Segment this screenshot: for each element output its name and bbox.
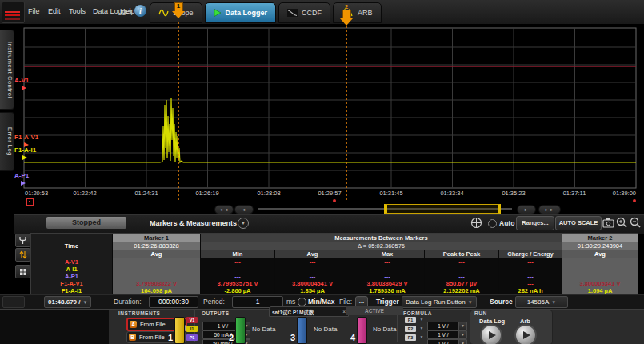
- markers-tool-button[interactable]: [15, 248, 30, 262]
- active-tab[interactable]: ACTIVE: [346, 306, 403, 315]
- auto-scale-button[interactable]: AUTO SCALE: [555, 216, 602, 230]
- output3-no-data: No Data: [314, 326, 337, 333]
- x-tick: 01:24:31: [134, 190, 158, 197]
- scroll-rewind-button[interactable]: ◄◄: [214, 205, 234, 214]
- output4-color-bar[interactable]: [357, 317, 367, 344]
- ranges-button[interactable]: Ranges...: [516, 216, 554, 230]
- scroll-handle[interactable]: [384, 204, 501, 214]
- marker2-time: 01:30:29.243904: [562, 242, 638, 250]
- row-label[interactable]: A-P1: [31, 273, 112, 280]
- sidebar-tab-error-log[interactable]: Error Log: [0, 112, 14, 171]
- tuning-fork-icon: [19, 236, 26, 245]
- x-tick: 01:31:45: [379, 190, 402, 197]
- output4-number: 4: [350, 333, 355, 342]
- marker2-flag[interactable]: 2: [339, 10, 354, 30]
- x-tick: 01:35:23: [502, 190, 525, 197]
- x-tick: 01:22:42: [73, 190, 96, 197]
- measurements-table: Marker 1 Measurements Between Markers Ma…: [30, 233, 638, 295]
- chevron-down-icon[interactable]: ▼: [419, 334, 423, 339]
- cell: [113, 258, 200, 266]
- grid-tool-button[interactable]: [15, 265, 30, 278]
- cell: [113, 266, 200, 273]
- panel-collapse-icon[interactable]: ▾: [238, 218, 249, 229]
- row-label[interactable]: F1-A-V1: [31, 280, 112, 287]
- snapshot-camera-icon[interactable]: [602, 218, 615, 228]
- cell: [562, 266, 638, 273]
- output3-number: 3: [290, 333, 295, 342]
- f1-chip[interactable]: F1: [405, 317, 416, 323]
- f2-chip[interactable]: F2: [405, 326, 416, 332]
- scroll-back-button[interactable]: ◄: [234, 205, 254, 214]
- elapsed-time-dropdown[interactable]: 01:48.679 /▼: [44, 296, 91, 308]
- scroll-fast-fwd-button[interactable]: ►►: [538, 205, 561, 214]
- tab-data-logger[interactable]: Data Logger: [205, 2, 277, 23]
- cell: 282 nA h: [499, 287, 562, 294]
- cell: 3.799535751 V: [201, 280, 274, 287]
- chevron-down-icon[interactable]: ▼: [419, 326, 423, 330]
- datalog-file-tab[interactable]: sat1试C P1M试数 ×: [269, 306, 349, 317]
- ccdf-curve-icon: [287, 9, 298, 17]
- zoom-in-icon[interactable]: [616, 217, 628, 229]
- chevron-down-icon: ▼: [82, 300, 87, 305]
- axis-marker-square-icon: [26, 198, 34, 206]
- duration-field[interactable]: 000:00:30: [149, 296, 198, 308]
- zoom-out-icon[interactable]: [630, 217, 642, 229]
- cell: ---: [275, 273, 350, 280]
- trace-label-a-p1[interactable]: A-P1: [14, 172, 29, 179]
- run-header: RUN: [474, 310, 487, 316]
- probe-tool-button[interactable]: [15, 234, 30, 247]
- cell: 164.098 µA: [113, 287, 200, 294]
- col-header-avg: Avg: [275, 250, 350, 258]
- x-tick: 01:39:00: [613, 190, 636, 197]
- datalog-play-button[interactable]: [480, 324, 502, 344]
- minmax-checkbox[interactable]: [298, 298, 306, 306]
- row-label[interactable]: A-V1: [31, 258, 112, 266]
- output2-number: 2: [229, 333, 234, 342]
- logo-wave-icon: [5, 5, 20, 13]
- output2-color-bar[interactable]: [235, 317, 246, 344]
- arb-play-button[interactable]: [514, 324, 537, 344]
- auto-scroll-checkbox[interactable]: [488, 219, 497, 228]
- trace-label-f1-a-i1[interactable]: F1-A-I1: [14, 146, 36, 154]
- row-label[interactable]: A-I1: [31, 266, 112, 273]
- x-tick: 01:28:08: [257, 190, 280, 197]
- marker1-title: Marker 1: [113, 234, 200, 242]
- trace-label-a-v1[interactable]: A-V1: [14, 77, 29, 84]
- scroll-fwd-button[interactable]: ►: [517, 205, 536, 214]
- trigger-dropdown[interactable]: Data Log Run Button▼: [402, 296, 477, 308]
- info-icon[interactable]: i: [134, 5, 146, 17]
- output3-color-bar[interactable]: [297, 317, 307, 344]
- crosshair-icon[interactable]: [470, 217, 482, 229]
- menu-edit[interactable]: Edit: [48, 7, 61, 15]
- cell: ---: [275, 266, 350, 273]
- source-dropdown[interactable]: 14585A▼: [515, 296, 568, 308]
- cell: ---: [499, 273, 562, 280]
- f3-chip[interactable]: F3: [405, 334, 416, 341]
- period-unit: ms: [286, 298, 295, 306]
- scope-sine-icon: [158, 9, 169, 17]
- menu-file[interactable]: File: [28, 7, 40, 15]
- menu-tools[interactable]: Tools: [69, 7, 86, 15]
- cell: ---: [499, 258, 562, 266]
- trigger-label: Trigger: [376, 298, 399, 306]
- chevron-down-icon[interactable]: ▼: [419, 317, 423, 322]
- tab-ccdf[interactable]: CCDF: [278, 2, 330, 23]
- formula-f3-row: F3 ▼ 1 V /▼: [405, 334, 467, 344]
- sidebar-tab-instrument-control[interactable]: Instrument Control: [0, 30, 14, 110]
- marker1-flag[interactable]: 1: [171, 2, 186, 23]
- app-window: File Edit Tools Data Logger Help i Scope…: [0, 0, 644, 344]
- cell: ---: [499, 280, 562, 287]
- cell: 2.192202 mA: [425, 287, 498, 294]
- menu-help[interactable]: Help: [120, 7, 135, 15]
- cell: ---: [201, 266, 274, 273]
- instruments-header: INSTRUMENTS: [118, 310, 160, 316]
- time-row-label: Time: [31, 242, 112, 250]
- row-label[interactable]: F1-A-I1: [31, 287, 112, 294]
- minmax-label: Min/Max: [308, 298, 335, 306]
- output1-color-bar[interactable]: [174, 317, 185, 344]
- trace-label-f1-a-v1[interactable]: F1-A-V1: [14, 134, 38, 141]
- period-label: Period:: [203, 298, 225, 306]
- play-icon: [214, 9, 222, 17]
- f3-scale-select[interactable]: 1 V /▼: [427, 339, 467, 344]
- waveform-chart[interactable]: [24, 22, 636, 202]
